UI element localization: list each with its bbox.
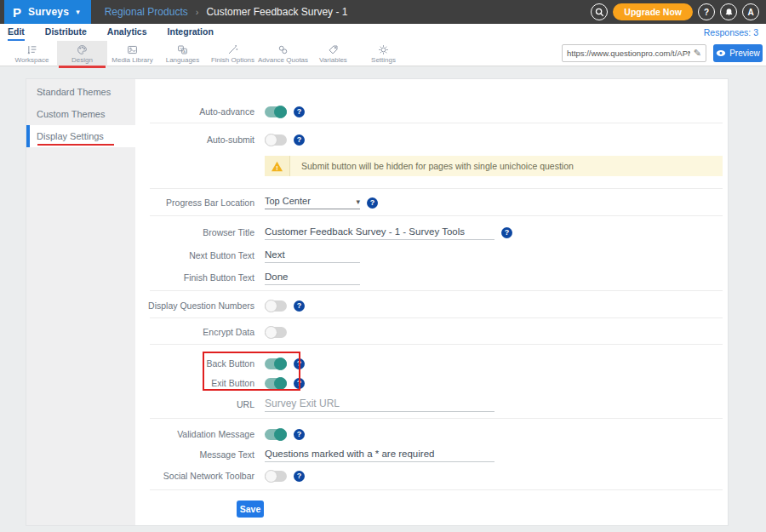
exit-url-input[interactable] bbox=[265, 397, 494, 412]
display-settings-form: Auto-advance ? Auto-submit ? ! Submit bu… bbox=[135, 79, 728, 525]
annotation-underline-display-settings bbox=[37, 144, 114, 146]
chevron-down-icon: ▾ bbox=[76, 8, 80, 16]
toolbar-tab-media-library[interactable]: Media Library bbox=[107, 41, 157, 66]
toolbar-tab-languages[interactable]: zA Languages bbox=[157, 41, 208, 66]
save-button[interactable]: Save bbox=[237, 501, 264, 518]
tab-integration[interactable]: Integration bbox=[168, 24, 214, 41]
gear-icon bbox=[378, 44, 389, 55]
validation-message-toggle[interactable] bbox=[265, 429, 287, 440]
toggle-knob bbox=[274, 428, 287, 441]
help-icon[interactable]: ? bbox=[501, 227, 512, 238]
design-sidebar: Standard Themes Custom Themes Display Se… bbox=[26, 79, 135, 525]
back-button-label: Back Button bbox=[135, 358, 254, 369]
questionpro-logo: P bbox=[13, 6, 21, 19]
help-button[interactable]: ? bbox=[698, 3, 715, 20]
warning-banner: ! Submit button will be hidden for pages… bbox=[265, 156, 723, 176]
svg-text:z: z bbox=[180, 46, 181, 50]
auto-advance-toggle[interactable] bbox=[265, 106, 287, 117]
tab-edit[interactable]: Edit bbox=[8, 24, 25, 41]
chevron-down-icon: ▾ bbox=[356, 197, 360, 206]
help-icon[interactable]: ? bbox=[294, 378, 305, 389]
progress-bar-location-row: Progress Bar Location Top Center ▾ ? bbox=[135, 190, 723, 215]
toolbar-tab-settings[interactable]: Settings bbox=[358, 41, 409, 66]
magic-wand-icon bbox=[227, 44, 238, 55]
progress-bar-location-select[interactable]: Top Center ▾ bbox=[265, 196, 360, 209]
search-button[interactable] bbox=[591, 3, 608, 20]
edit-url-pencil-icon[interactable]: ✎ bbox=[694, 48, 701, 59]
tag-icon bbox=[328, 44, 339, 55]
toolbar-tab-label: Finish Options bbox=[211, 56, 254, 64]
section-divider bbox=[150, 215, 723, 216]
toggle-knob bbox=[265, 300, 277, 312]
toolbar-tab-label: Media Library bbox=[111, 56, 152, 64]
exit-button-label: Exit Button bbox=[135, 378, 254, 388]
help-icon[interactable]: ? bbox=[367, 197, 378, 209]
encrypt-data-label: Encrypt Data bbox=[135, 327, 254, 337]
section-divider bbox=[150, 123, 723, 123]
sidebar-item-standard-themes[interactable]: Standard Themes bbox=[26, 81, 135, 103]
notifications-button[interactable] bbox=[720, 3, 737, 20]
tab-analytics[interactable]: Analytics bbox=[107, 24, 147, 41]
image-icon bbox=[127, 44, 138, 55]
toolbar-tab-label: Variables bbox=[319, 56, 347, 64]
toggle-knob bbox=[265, 134, 277, 146]
next-button-text-input[interactable] bbox=[265, 248, 360, 263]
top-bar: P Surveys ▾ Regional Products › Customer… bbox=[0, 0, 766, 24]
design-settings-panel: Standard Themes Custom Themes Display Se… bbox=[26, 78, 729, 526]
survey-url-input[interactable] bbox=[567, 49, 690, 58]
browser-title-input[interactable] bbox=[265, 225, 494, 240]
toggle-knob bbox=[265, 326, 277, 339]
help-icon[interactable]: ? bbox=[294, 358, 305, 369]
section-divider bbox=[150, 344, 723, 345]
help-icon[interactable]: ? bbox=[294, 471, 305, 482]
search-icon bbox=[595, 8, 604, 17]
toggle-knob bbox=[274, 358, 287, 370]
finish-button-text-input[interactable] bbox=[265, 270, 360, 285]
account-button[interactable]: A bbox=[742, 3, 759, 20]
auto-advance-label: Auto-advance bbox=[135, 106, 254, 117]
upgrade-now-button[interactable]: Upgrade Now bbox=[613, 3, 693, 20]
survey-url-box: ✎ bbox=[562, 44, 706, 62]
sidebar-item-display-settings[interactable]: Display Settings bbox=[26, 125, 135, 147]
preview-button[interactable]: Preview bbox=[713, 44, 763, 62]
auto-advance-row: Auto-advance ? bbox=[135, 99, 723, 124]
auto-submit-label: Auto-submit bbox=[135, 134, 254, 145]
toolbar-tab-label: Languages bbox=[166, 56, 200, 64]
warning-text: Submit button will be hidden for pages w… bbox=[290, 156, 574, 176]
help-icon[interactable]: ? bbox=[294, 429, 305, 440]
product-switcher[interactable]: P Surveys ▾ bbox=[4, 0, 91, 24]
auto-submit-toggle[interactable] bbox=[265, 134, 287, 146]
sidebar-item-label: Display Settings bbox=[37, 131, 104, 141]
sidebar-item-custom-themes[interactable]: Custom Themes bbox=[26, 103, 135, 125]
toolbar-tab-label: Design bbox=[71, 56, 93, 64]
display-question-numbers-toggle[interactable] bbox=[265, 300, 287, 312]
social-network-toolbar-toggle[interactable] bbox=[265, 471, 287, 482]
breadcrumb-survey-title: Customer Feedback Survey - 1 bbox=[206, 6, 347, 18]
toolbar-tab-variables[interactable]: Variables bbox=[308, 41, 358, 66]
toolbar-tab-advance-quotas[interactable]: Advance Quotas bbox=[258, 41, 308, 66]
message-text-input[interactable] bbox=[265, 447, 494, 462]
section-divider bbox=[150, 317, 723, 318]
responses-count[interactable]: Responses: 3 bbox=[704, 27, 758, 37]
svg-text:A: A bbox=[183, 49, 186, 53]
exit-button-toggle[interactable] bbox=[265, 378, 287, 389]
toolbar-tab-finish-options[interactable]: Finish Options bbox=[208, 41, 258, 66]
section-divider bbox=[150, 290, 723, 291]
toolbar-tab-workspace[interactable]: Workspace bbox=[7, 41, 57, 66]
toggle-knob bbox=[274, 106, 287, 118]
back-button-toggle[interactable] bbox=[265, 358, 287, 369]
message-text-label: Message Text bbox=[135, 449, 254, 460]
help-icon[interactable]: ? bbox=[294, 106, 305, 117]
toggle-knob bbox=[274, 377, 287, 390]
svg-text:!: ! bbox=[276, 163, 277, 171]
social-network-toolbar-row: Social Network Toolbar ? bbox=[135, 463, 723, 489]
breadcrumb-separator-icon: › bbox=[196, 7, 199, 17]
tab-distribute[interactable]: Distribute bbox=[45, 24, 87, 41]
help-icon[interactable]: ? bbox=[294, 300, 305, 312]
help-icon[interactable]: ? bbox=[294, 134, 305, 146]
toolbar-tab-design[interactable]: Design bbox=[57, 41, 107, 66]
finish-button-text-row: Finish Button Text bbox=[135, 265, 723, 290]
encrypt-data-toggle[interactable] bbox=[265, 327, 287, 338]
breadcrumb-folder[interactable]: Regional Products bbox=[105, 6, 188, 18]
topbar-actions: Upgrade Now ? A bbox=[591, 3, 759, 20]
